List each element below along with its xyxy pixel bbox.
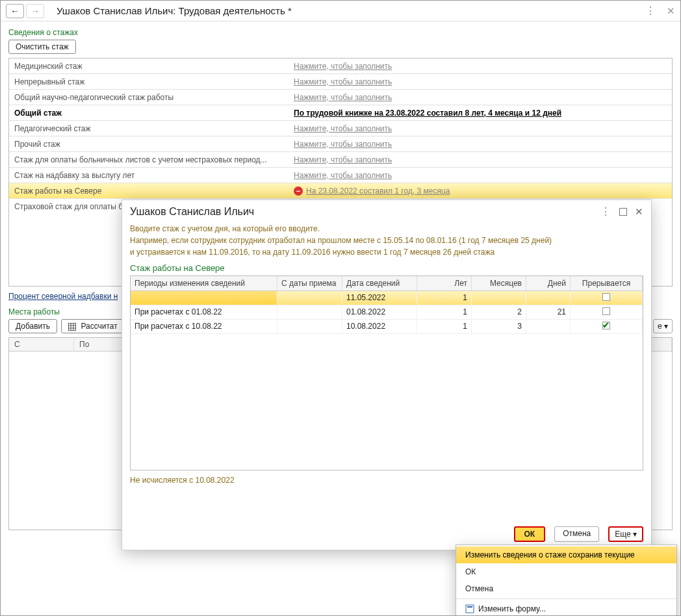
cell-date: 01.08.2022 [342,305,417,319]
form-icon [465,604,474,613]
stage-value[interactable]: −На 23.08.2022 составил 1 год, 3 месяца [289,185,672,198]
col-from: С [9,338,74,351]
stage-name: Общий стаж [9,107,289,120]
cell-since-hire [277,320,342,333]
error-icon: − [294,186,303,196]
menu-item-label: ОК [465,567,476,576]
stage-value-link[interactable]: Нажмите, чтобы заполнить [294,124,392,133]
stage-value[interactable]: Нажмите, чтобы заполнить [289,75,672,88]
col-days: Дней [526,276,571,290]
stage-row[interactable]: Педагогический стажНажмите, чтобы заполн… [9,121,672,136]
popup-row[interactable]: При расчетах с 10.08.2210.08.202213 [131,320,643,334]
cell-since-hire [277,291,342,305]
stage-name: Прочий стаж [9,138,289,151]
checkbox-icon[interactable] [602,322,610,329]
calc-button[interactable]: Рассчитат [61,319,125,333]
stage-row[interactable]: Стаж для оплаты больничных листов с учет… [9,152,672,168]
stage-value-link[interactable]: Нажмите, чтобы заполнить [294,62,392,71]
stage-row[interactable]: Медицинский стажНажмите, чтобы заполнить [9,58,672,74]
cell-interrupted[interactable] [571,320,643,333]
svg-rect-5 [466,605,474,613]
popup-row[interactable]: При расчетах с 01.08.2201.08.20221221 [131,305,643,320]
cell-years: 1 [417,320,472,333]
dropdown-menu: Изменить сведения о стаже сохранив текущ… [456,545,677,616]
add-button[interactable]: Добавить [8,319,57,333]
calc-button-label: Рассчитат [81,322,117,331]
popup-options-icon[interactable]: ⋮ [600,205,611,218]
nav-forward-button[interactable]: → [26,4,44,18]
stage-name: Стаж на надбавку за выслугу лет [9,169,289,182]
cell-interrupted[interactable] [571,305,643,319]
cell-period: При расчетах с 10.08.22 [131,320,277,333]
col-interrupted: Прерывается [571,276,643,290]
cell-days: 21 [526,305,571,319]
stage-name: Стаж работы на Севере [9,185,289,198]
maximize-icon[interactable] [619,208,627,216]
menu-item-label: Изменить сведения о стаже сохранив текущ… [465,550,635,559]
stage-value[interactable]: Нажмите, чтобы заполнить [289,91,672,104]
stage-value[interactable]: Нажмите, чтобы заполнить [289,122,672,135]
stage-row[interactable]: Стаж работы на Севере−На 23.08.2022 сост… [9,183,672,199]
stage-row[interactable]: Общий стажПо трудовой книжке на 23.08.20… [9,105,672,121]
popup-note: Не исчисляется с 10.08.2022 [122,470,651,490]
checkbox-icon[interactable] [602,293,610,301]
col-years: Лет [417,276,472,290]
section-stages-label: Сведения о стажах [8,28,673,37]
ok-button[interactable]: ОК [514,526,546,542]
stage-name: Педагогический стаж [9,122,289,135]
percent-link[interactable]: Процент северной надбавки н [8,292,118,301]
stage-value[interactable]: По трудовой книжке на 23.08.2022 состави… [289,107,672,120]
cell-date: 10.08.2022 [342,320,417,333]
col-since-hire: С даты приема [277,276,342,290]
stage-value-link[interactable]: По трудовой книжке на 23.08.2022 состави… [294,109,561,118]
stage-value[interactable]: Нажмите, чтобы заполнить [289,153,672,166]
stage-value-link[interactable]: Нажмите, чтобы заполнить [294,171,392,180]
stage-row[interactable]: Непрерывный стажНажмите, чтобы заполнить [9,74,672,90]
cell-days [526,291,571,305]
close-icon[interactable]: ✕ [667,5,675,17]
stage-value[interactable]: Нажмите, чтобы заполнить [289,60,672,73]
stage-name: Медицинский стаж [9,60,289,73]
nav-back-button[interactable]: ← [6,4,24,18]
popup-hint-2: Например, если сотрудник сотрудник отраб… [130,235,643,246]
stage-value-link[interactable]: Нажмите, чтобы заполнить [294,93,392,102]
menu-item[interactable]: ОК [456,563,676,580]
stage-value-link[interactable]: На 23.08.2022 составил 1 год, 3 месяца [306,186,450,196]
more-button[interactable]: Еще ▾ [608,526,643,542]
cell-years: 1 [417,305,472,319]
stage-value-link[interactable]: Нажмите, чтобы заполнить [294,140,392,149]
stage-name: Общий научно-педагогический стаж работы [9,91,289,104]
cancel-button[interactable]: Отмена [554,526,599,542]
cell-days [526,320,571,333]
menu-item[interactable]: Изменить форму... [456,598,676,616]
more-button-small[interactable]: е ▾ [653,319,673,333]
stage-row[interactable]: Прочий стажНажмите, чтобы заполнить [9,136,672,152]
menu-item-label: Отмена [465,584,493,593]
stage-value[interactable]: Нажмите, чтобы заполнить [289,138,672,151]
menu-item-label: Изменить форму... [478,604,546,613]
popup-row[interactable]: 11.05.20221 [131,291,643,305]
stage-row[interactable]: Общий научно-педагогический стаж работыН… [9,90,672,105]
menu-item[interactable]: Изменить сведения о стаже сохранив текущ… [456,546,676,563]
col-months: Месяцев [472,276,526,290]
stage-row[interactable]: Стаж на надбавку за выслугу летНажмите, … [9,168,672,183]
popup-hint-1: Вводите стаж с учетом дня, на который ег… [130,223,643,235]
stage-value[interactable]: Нажмите, чтобы заполнить [289,169,672,182]
stage-value-link[interactable]: Нажмите, чтобы заполнить [294,77,392,86]
options-icon[interactable]: ⋮ [645,5,656,17]
clear-stage-button[interactable]: Очистить стаж [8,40,76,54]
popup-window: Ушаков Станислав Ильич ⋮ ✕ Вводите стаж … [122,199,652,550]
popup-section-label: Стаж работы на Севере [122,258,651,276]
col-date: Дата сведений [342,276,417,290]
menu-item[interactable]: Отмена [456,580,676,597]
cell-period [131,291,277,305]
stage-name: Непрерывный стаж [9,75,289,88]
cell-months: 3 [472,320,526,333]
arrow-left-icon: ← [10,6,19,16]
cell-interrupted[interactable] [571,291,643,305]
popup-close-icon[interactable]: ✕ [635,206,643,218]
popup-hint-3: и устраивается к нам 11.09.2016, то на д… [130,246,643,258]
cell-period: При расчетах с 01.08.22 [131,305,277,319]
checkbox-icon[interactable] [602,307,610,315]
stage-value-link[interactable]: Нажмите, чтобы заполнить [294,155,392,164]
